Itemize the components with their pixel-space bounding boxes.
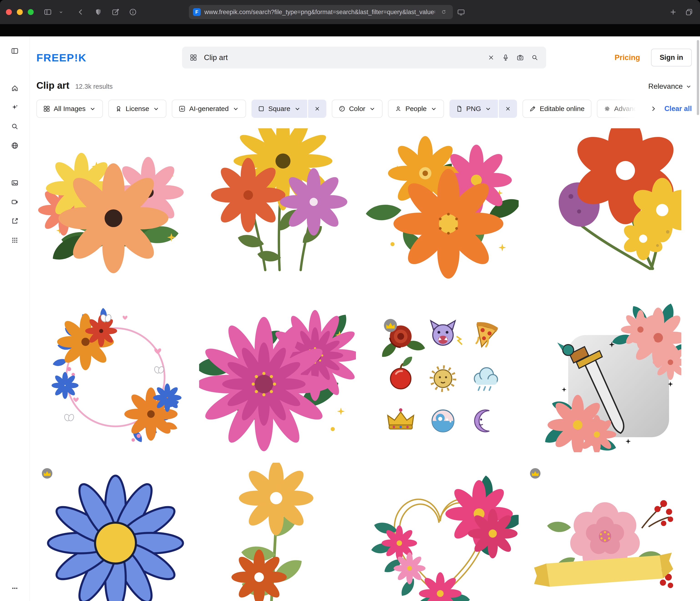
chip-label: PNG [466,105,481,112]
chevron-down-icon [485,105,492,112]
chip-label: Editable online [540,105,584,112]
chevron-down-icon [685,83,692,89]
people-icon [395,105,402,112]
license-icon [115,105,122,112]
svg-text:Ai: Ai [181,107,184,110]
search-result-image[interactable] [362,295,519,452]
reload-icon[interactable] [439,7,449,17]
clear-search-icon[interactable] [486,53,496,62]
search-icon[interactable] [10,122,19,131]
home-icon[interactable] [10,84,19,93]
sidebar-chevron-icon[interactable] [56,7,66,17]
chip-label: AI-generated [189,105,228,112]
search-bar[interactable] [182,47,546,69]
browser-toolbar: F www.freepik.com/search?file_type=png&f… [0,0,700,24]
freepik-sidebar [0,36,30,601]
filter-color[interactable]: Color [332,100,383,118]
chevron-down-icon [369,105,376,112]
site-header: FREEP!K Pricing Sign in [36,36,692,79]
remove-square-filter-button[interactable] [308,100,326,118]
remove-png-filter-button[interactable] [499,100,517,118]
filter-bar: All Images License Ai AI-generated [36,100,692,118]
chevron-right-icon [650,105,657,112]
search-result-image[interactable] [36,295,193,452]
zoom-window-button[interactable] [28,9,34,15]
search-result-image[interactable] [199,463,356,601]
pricing-link[interactable]: Pricing [615,53,640,62]
site-favicon: F [193,8,201,16]
chip-label: Color [349,105,366,112]
filter-chips: All Images License Ai AI-generated [36,100,643,118]
square-icon [258,105,265,112]
close-window-button[interactable] [6,9,12,15]
voice-search-icon[interactable] [501,53,510,62]
color-icon [339,105,346,112]
pencil-icon [529,105,536,112]
privacy-shield-icon[interactable] [93,7,103,17]
chevron-down-icon [89,105,96,112]
scroll-filters-right-button[interactable] [647,102,660,115]
minimize-window-button[interactable] [17,9,23,15]
results-count: 12.3k results [75,83,112,90]
filter-all-images[interactable]: All Images [36,100,103,118]
video-icon[interactable] [10,198,19,207]
export-icon[interactable] [10,216,19,226]
search-result-image[interactable] [525,128,681,285]
search-input[interactable] [203,53,481,62]
traffic-lights [6,9,34,15]
ai-icon: Ai [179,105,185,112]
search-result-image[interactable] [525,295,681,452]
images-icon[interactable] [10,178,19,187]
sort-label: Relevance [648,82,683,90]
signin-button[interactable]: Sign in [651,49,692,67]
address-bar[interactable]: F www.freepik.com/search?file_type=png&f… [189,5,453,19]
image-search-icon[interactable] [516,53,525,62]
scrollbar[interactable] [697,40,699,115]
globe-icon[interactable] [10,141,19,150]
compose-icon[interactable] [110,7,121,17]
category-grid-icon[interactable] [189,53,198,62]
sidebar-toggle-icon[interactable] [43,7,53,17]
chip-label: Advanced [614,105,643,112]
filter-advanced[interactable]: Advanced [597,100,643,118]
safari-window: F www.freepik.com/search?file_type=png&f… [0,0,700,601]
results-grid [36,128,692,601]
close-icon [505,106,511,112]
more-ellipsis-icon[interactable] [10,584,19,593]
chip-label: Square [268,105,291,112]
new-tab-button[interactable] [668,7,678,17]
ai-sparkle-icon[interactable] [10,103,19,112]
chevron-down-icon [430,105,437,112]
chevron-down-icon [232,105,239,112]
sort-dropdown[interactable]: Relevance [648,82,692,90]
filter-people[interactable]: People [388,100,444,118]
close-icon [314,106,320,112]
freepik-logo[interactable]: FREEP!K [36,51,86,64]
panel-toggle-icon[interactable] [10,46,19,55]
search-result-image[interactable] [36,128,193,285]
filter-editable-online[interactable]: Editable online [523,100,592,118]
filter-png[interactable]: PNG [449,100,498,118]
search-result-image[interactable] [362,128,519,285]
filter-square[interactable]: Square [251,100,307,118]
results-header: Clip art 12.3k results Relevance [36,80,692,91]
search-result-image[interactable] [362,463,519,601]
search-result-image[interactable] [525,463,681,601]
premium-crown-badge [42,468,53,479]
filter-ai-generated[interactable]: Ai AI-generated [172,100,246,118]
reader-display-icon[interactable] [456,7,466,17]
clear-all-filters-link[interactable]: Clear all [664,105,692,113]
tab-overview-button[interactable] [684,7,694,17]
file-icon [456,105,462,112]
chip-label: All Images [54,105,85,112]
url-text: www.freepik.com/search?file_type=png&for… [204,9,435,16]
chevron-down-icon [153,105,159,112]
back-button[interactable] [76,7,86,17]
search-result-image[interactable] [36,463,193,601]
search-result-image[interactable] [199,295,356,452]
search-result-image[interactable] [199,128,356,285]
apps-grid-icon[interactable] [10,236,19,245]
submit-search-icon[interactable] [530,53,539,62]
filter-license[interactable]: License [108,100,166,118]
info-icon[interactable] [128,7,138,17]
